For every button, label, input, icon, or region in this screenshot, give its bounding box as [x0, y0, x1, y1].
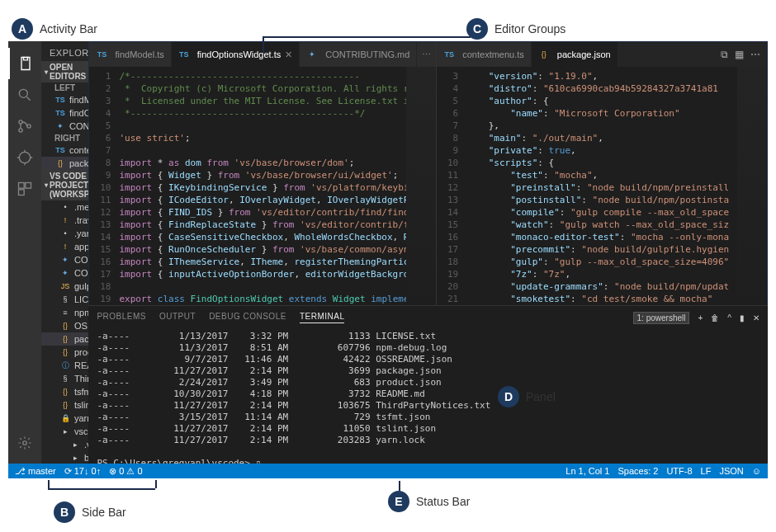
panel-tab[interactable]: OUTPUT	[159, 312, 196, 323]
status-feedback-icon[interactable]: ☺	[752, 466, 761, 476]
callout-bubble: C	[466, 18, 488, 40]
svg-point-2	[19, 129, 22, 132]
open-editor-item[interactable]: ✦CONTRIBUTING.mdvscode	[41, 120, 88, 133]
file-type-icon: !	[59, 241, 71, 252]
more-icon[interactable]: ▦	[735, 49, 744, 60]
minimap[interactable]	[406, 67, 436, 305]
open-editors-header[interactable]: ▾ OPEN EDITORS	[41, 61, 88, 82]
workspace-header[interactable]: ▾ VS CODE PROJECTS (WORKSPACE)	[41, 170, 88, 200]
tab-overflow-icon[interactable]: ⋯	[417, 42, 436, 67]
open-editor-item[interactable]: {}package.jsonvscode	[41, 157, 88, 170]
status-branch[interactable]: ⎇ master	[15, 466, 56, 477]
explorer-item[interactable]: !.travis.yml	[41, 214, 88, 227]
open-editors-body: LEFTTSfindModel.tsvscode/src/vs/...TSfin…	[41, 82, 88, 170]
explorer-item[interactable]: {}tslint.json	[41, 398, 88, 412]
workspace-label: VS CODE PROJECTS (WORKSPACE)	[50, 172, 88, 199]
explorer-item[interactable]: {}product.json	[41, 346, 88, 359]
panel-tab[interactable]: TERMINAL	[300, 312, 345, 323]
editor-groups: TSfindModel.tsTSfindOptionsWidget.ts✕✦CO…	[88, 41, 768, 305]
file-type-icon: ▸	[69, 452, 81, 464]
activity-explorer-icon[interactable]	[8, 48, 41, 79]
file-type-icon: TS	[443, 49, 455, 60]
explorer-item[interactable]: ▸blogs	[41, 451, 88, 464]
status-sync[interactable]: ⟳ 17↓ 0↑	[64, 466, 101, 477]
svg-point-1	[19, 120, 22, 124]
panel-close-icon[interactable]: ✕	[753, 313, 759, 322]
file-type-icon: ✦	[59, 254, 71, 266]
status-line-col[interactable]: Ln 1, Col 1	[565, 466, 609, 476]
explorer-item[interactable]: ▸.vscode	[41, 438, 88, 451]
overflow-icon[interactable]: ⋯	[750, 49, 760, 60]
file-name: appveyor.yml	[74, 242, 88, 252]
file-type-icon: ▸	[69, 439, 81, 450]
explorer-item[interactable]: •.yarnrc	[41, 227, 88, 240]
activity-debug-icon[interactable]	[8, 142, 41, 173]
explorer-item[interactable]: ▸vscode-docs	[41, 425, 88, 438]
open-editors-group-label: LEFT	[41, 82, 88, 93]
explorer-item[interactable]: !appveyor.yml	[41, 240, 88, 253]
open-editor-item[interactable]: TSfindModel.tsvscode/src/vs/...	[41, 93, 88, 106]
code-area-right[interactable]: 345678910111213141516171819202122 "versi…	[437, 67, 767, 305]
callout-bubble: D	[498, 386, 519, 407]
file-type-icon: {}	[59, 320, 71, 332]
open-editors-group-label: RIGHT	[41, 133, 88, 144]
main-area: EXPLORER ▾ OPEN EDITORS LEFTTSfindModel.…	[8, 41, 768, 464]
panel-tab[interactable]: PROBLEMS	[97, 312, 146, 323]
explorer-item[interactable]: ⓘREADME.md	[41, 359, 88, 372]
gutter: 1234567891011121314151617181920	[89, 67, 116, 305]
file-name: package.json	[74, 334, 88, 344]
activity-bar	[8, 41, 41, 464]
terminal-kill-icon[interactable]: 🗑	[711, 313, 719, 322]
explorer-item[interactable]: ≡npm-debug.log	[41, 306, 88, 319]
code-body[interactable]: "version": "1.19.0", "distro": "610ca699…	[463, 67, 737, 305]
code-area-left[interactable]: 1234567891011121314151617181920 /*------…	[89, 67, 436, 305]
editor-tab[interactable]: TScontextmenu.ts	[437, 42, 532, 67]
explorer-item[interactable]: ✦CONTRIBUTING.md	[41, 266, 88, 280]
editor-tab[interactable]: {}package.json	[532, 42, 618, 67]
minimap[interactable]	[737, 67, 767, 305]
explorer-item[interactable]: 🔒yarn.lock	[41, 412, 88, 425]
tab-label: findOptionsWidget.ts	[197, 49, 282, 59]
open-editor-item[interactable]: TScontextmenu.tsvscode/src/...	[41, 144, 88, 157]
status-spaces[interactable]: Spaces: 2	[617, 466, 658, 476]
status-eol[interactable]: LF	[701, 466, 712, 476]
activity-extensions-icon[interactable]	[8, 173, 41, 205]
terminal-body[interactable]: -a---- 1/13/2017 3:32 PM 1133 LICENSE.tx…	[88, 329, 768, 464]
explorer-item[interactable]: JSgulpfile.js	[41, 280, 88, 293]
editor-tab[interactable]: ✦CONTRIBUTING.md	[300, 42, 417, 67]
file-type-icon: JS	[59, 280, 71, 292]
split-editor-icon[interactable]: ⧉	[721, 49, 728, 60]
activity-search-icon[interactable]	[8, 79, 41, 111]
status-branch-name: master	[28, 466, 56, 476]
file-type-icon: •	[59, 228, 71, 239]
code-body[interactable]: /*--------------------------------------…	[116, 67, 406, 305]
activity-source-control-icon[interactable]	[8, 111, 41, 142]
terminal-new-icon[interactable]: +	[698, 313, 703, 322]
close-icon[interactable]: ✕	[285, 49, 292, 60]
panel-tab[interactable]: DEBUG CONSOLE	[209, 312, 286, 323]
svg-rect-6	[26, 183, 31, 189]
editor-tab[interactable]: TSfindModel.ts	[89, 42, 171, 67]
explorer-item[interactable]: §LICENSE.txt	[41, 293, 88, 306]
explorer-item[interactable]: {}OSSREADME.json	[41, 319, 88, 332]
file-name: README.md	[74, 360, 88, 370]
explorer-item[interactable]: {}tsfmt.json	[41, 385, 88, 398]
panel-split-icon[interactable]: ▮	[740, 313, 745, 322]
explorer-item[interactable]: §ThirdPartyNotices.txt	[41, 372, 88, 385]
file-type-icon: TS	[54, 144, 66, 156]
file-type-icon: {}	[59, 333, 71, 345]
status-encoding[interactable]: UTF-8	[666, 466, 692, 476]
svg-rect-7	[19, 190, 25, 195]
open-editor-item[interactable]: TSfindOptionsWidget.tsvsco...	[41, 106, 88, 120]
status-problems[interactable]: ⊗ 0 ⚠ 0	[109, 466, 142, 477]
explorer-item[interactable]: ✦CODE_OF_CONDUCT.md	[41, 253, 88, 266]
file-name: findOptionsWidget.ts	[69, 108, 88, 118]
vscode-window: EXPLORER ▾ OPEN EDITORS LEFTTSfindModel.…	[8, 41, 768, 478]
explorer-item[interactable]: {}package.json	[41, 332, 88, 346]
status-language[interactable]: JSON	[719, 466, 743, 476]
panel-maximize-icon[interactable]: ^	[727, 313, 731, 322]
terminal-select[interactable]: 1: powershell	[633, 312, 690, 324]
activity-settings-icon[interactable]	[8, 427, 41, 459]
explorer-item[interactable]: •.mention-bot	[41, 200, 88, 214]
editor-tab[interactable]: TSfindOptionsWidget.ts✕	[172, 42, 300, 67]
